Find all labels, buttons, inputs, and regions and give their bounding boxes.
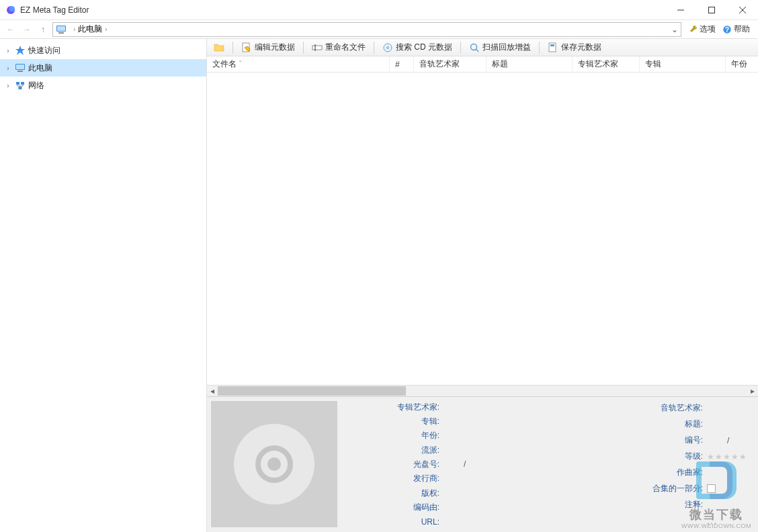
pc-icon	[15, 62, 26, 73]
svg-rect-14	[17, 71, 23, 72]
help-button[interactable]: ? 帮助	[722, 24, 750, 35]
svg-rect-3	[709, 7, 715, 13]
chevron-right-icon: ›	[105, 26, 107, 33]
help-icon: ?	[722, 25, 732, 34]
label-copyright: 版权:	[343, 488, 444, 499]
sidebar-item-quick-access[interactable]: › 快速访问	[0, 42, 206, 59]
label-publisher: 发行商:	[343, 473, 444, 484]
col-number[interactable]: #	[390, 56, 414, 72]
col-year[interactable]: 年份	[726, 56, 758, 72]
close-button[interactable]	[727, 0, 758, 19]
col-album[interactable]: 专辑	[640, 56, 726, 72]
label-disc-no: 光盘号:	[343, 459, 444, 470]
label-compilation: 合集的一部分:	[519, 483, 707, 494]
pc-icon	[56, 24, 67, 35]
label-title: 标题:	[519, 418, 707, 430]
label-url: URL:	[343, 517, 444, 527]
value-disc-no: /	[444, 459, 466, 469]
breadcrumb[interactable]: › 此电脑 › ⌄	[52, 22, 681, 37]
meta-column-left: 专辑艺术家: 专辑: 年份: 流派: 光盘号:/ 发行商: 版权: 编码由: U…	[343, 401, 519, 528]
nav-back-button[interactable]: ←	[4, 23, 17, 36]
svg-line-24	[476, 49, 478, 52]
app-title: EZ Meta Tag Editor	[20, 5, 665, 15]
wrench-icon	[688, 25, 698, 34]
rename-icon	[312, 42, 323, 53]
network-icon	[15, 80, 26, 91]
compilation-checkbox[interactable]	[707, 484, 716, 493]
label-year: 年份:	[343, 430, 444, 441]
col-track-artist[interactable]: 音轨艺术家	[414, 56, 487, 72]
edit-icon	[241, 42, 252, 53]
sidebar-item-network[interactable]: › 网络	[0, 77, 206, 94]
svg-rect-25	[549, 43, 556, 52]
horizontal-scrollbar[interactable]: ◂ ▸	[207, 385, 758, 396]
save-icon	[548, 42, 558, 53]
navbar: ← → ↑ › 此电脑 › ⌄ 选项 ? 帮助	[0, 20, 758, 39]
window-controls	[665, 0, 758, 19]
search-cd-button[interactable]: 搜索 CD 元数据	[380, 40, 455, 54]
sidebar: › 快速访问 › 此电脑 › 网络	[0, 39, 207, 532]
save-metadata-button[interactable]: 保存元数据	[545, 40, 604, 54]
scroll-right-icon[interactable]: ▸	[747, 386, 758, 396]
svg-rect-7	[57, 26, 65, 31]
album-art-placeholder[interactable]	[211, 401, 337, 527]
svg-rect-19	[312, 46, 322, 50]
svg-marker-11	[15, 46, 25, 55]
col-filename[interactable]: 文件名ˆ	[207, 56, 390, 72]
scan-icon	[469, 42, 480, 53]
rating-stars[interactable]: ★★★★★	[707, 452, 747, 461]
nav-forward-button[interactable]: →	[20, 23, 34, 36]
label-album-artist: 专辑艺术家:	[343, 402, 444, 413]
disc-icon	[230, 420, 318, 508]
scroll-left-icon[interactable]: ◂	[207, 386, 218, 396]
label-genre: 流派:	[343, 445, 444, 456]
chevron-right-icon: ›	[73, 26, 75, 33]
chevron-right-icon[interactable]: ›	[4, 82, 12, 89]
label-album: 专辑:	[343, 416, 444, 427]
sort-asc-icon: ˆ	[239, 60, 241, 68]
col-title[interactable]: 标题	[487, 56, 573, 72]
rename-files-button[interactable]: 重命名文件	[309, 40, 368, 54]
options-button[interactable]: 选项	[688, 24, 716, 35]
maximize-button[interactable]	[696, 0, 727, 19]
star-icon	[15, 45, 26, 56]
minimize-button[interactable]	[665, 0, 696, 19]
details-panel: 专辑艺术家: 专辑: 年份: 流派: 光盘号:/ 发行商: 版权: 编码由: U…	[207, 396, 758, 532]
breadcrumb-location[interactable]: 此电脑	[78, 24, 102, 35]
more-button[interactable]: ...	[707, 517, 718, 526]
label-comment: 注释:	[519, 499, 707, 511]
label-composer: 作曲家:	[519, 467, 707, 478]
scan-replaygain-button[interactable]: 扫描回放增益	[466, 40, 534, 54]
svg-point-1	[9, 6, 15, 11]
meta-column-right: 音轨艺术家: 标题: 编号:/ 等级:★★★★★ 作曲家: 合集的一部分: 注释…	[519, 401, 754, 528]
chevron-down-icon[interactable]: ⌄	[671, 25, 678, 34]
svg-rect-26	[550, 44, 554, 46]
app-icon	[5, 5, 16, 15]
svg-rect-13	[16, 64, 24, 69]
label-number: 编号:	[519, 435, 707, 446]
svg-rect-8	[58, 32, 64, 34]
label-rating: 等级:	[519, 451, 707, 462]
label-track-artist: 音轨艺术家:	[519, 402, 707, 414]
nav-up-button[interactable]: ↑	[36, 23, 50, 36]
toolbar: 编辑元数据 重命名文件 搜索 CD 元数据 扫描回放增益 保存元数据	[207, 39, 758, 56]
svg-point-29	[267, 457, 281, 471]
sidebar-item-this-pc[interactable]: › 此电脑	[0, 59, 206, 77]
chevron-right-icon[interactable]: ›	[4, 64, 12, 72]
titlebar: EZ Meta Tag Editor	[0, 0, 758, 20]
cd-icon	[382, 42, 393, 53]
chevron-right-icon[interactable]: ›	[4, 47, 12, 54]
column-headers: 文件名ˆ # 音轨艺术家 标题 专辑艺术家 专辑 年份	[207, 56, 758, 73]
folder-icon	[214, 42, 224, 53]
svg-rect-15	[16, 82, 19, 85]
file-list[interactable]	[207, 73, 758, 385]
value-number: /	[707, 436, 729, 445]
scrollbar-thumb[interactable]	[218, 386, 406, 396]
svg-rect-16	[21, 82, 24, 85]
folder-up-button[interactable]	[211, 41, 227, 54]
content-area: 编辑元数据 重命名文件 搜索 CD 元数据 扫描回放增益 保存元数据	[207, 39, 758, 532]
edit-metadata-button[interactable]: 编辑元数据	[239, 40, 298, 54]
svg-text:?: ?	[725, 25, 729, 33]
label-encoded-by: 编码由:	[343, 502, 444, 513]
col-album-artist[interactable]: 专辑艺术家	[573, 56, 640, 72]
